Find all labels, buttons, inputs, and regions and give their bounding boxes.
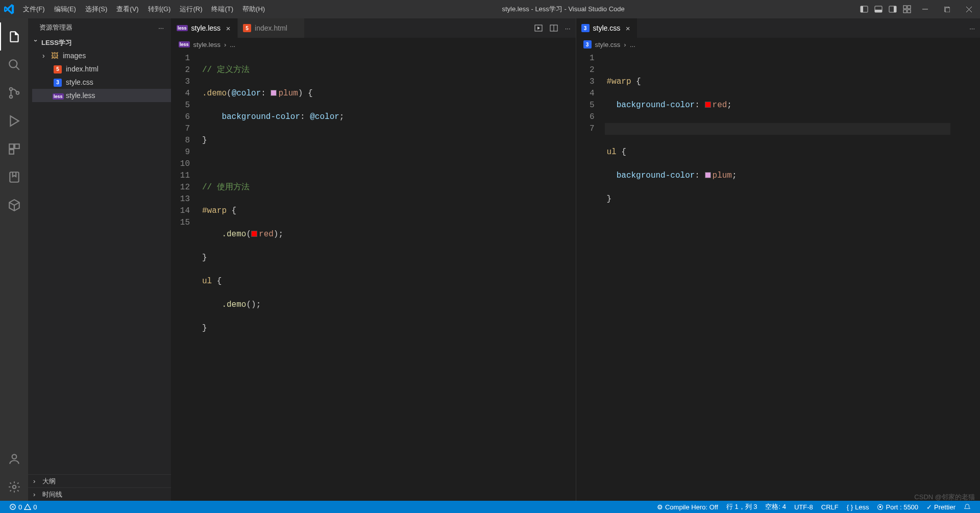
gutter: 123456789101112131415 <box>172 51 200 501</box>
menu-terminal[interactable]: 终端(T) <box>207 5 238 14</box>
breadcrumb-rest: ... <box>230 41 235 48</box>
sidebar-explorer: 资源管理器 ··· › LESS学习 › 🖼 images 5 index.ht… <box>28 18 171 501</box>
tree-file-style-css[interactable]: 3 style.css <box>32 76 171 89</box>
tree-file-index-html[interactable]: 5 index.html <box>32 62 171 76</box>
close-icon[interactable]: × <box>624 24 632 33</box>
menu-edit[interactable]: 编辑(E) <box>50 5 81 14</box>
activity-scm-icon[interactable] <box>0 79 28 107</box>
color-swatch-icon <box>251 231 257 237</box>
svg-rect-20 <box>9 144 14 149</box>
folder-root[interactable]: › LESS学习 <box>28 37 171 49</box>
run-icon[interactable] <box>534 24 543 32</box>
tabs-left: less style.less × 5 index.html ··· <box>172 18 576 38</box>
status-cursor-pos[interactable]: 行 1，列 3 <box>722 502 762 511</box>
svg-point-25 <box>12 485 16 488</box>
menu-view[interactable]: 查看(V) <box>112 5 143 14</box>
svg-rect-21 <box>15 144 19 149</box>
svg-point-17 <box>9 87 12 90</box>
breadcrumb-right[interactable]: 3 style.css › ... <box>576 38 981 51</box>
status-compile-hero[interactable]: ⚙ Compile Hero: Off <box>653 502 722 511</box>
panel-timeline[interactable]: › 时间线 <box>28 487 171 501</box>
activity-bar <box>0 18 28 501</box>
chevron-right-icon: › <box>42 52 50 60</box>
close-button[interactable] <box>958 0 980 18</box>
layout-sidebar-left-icon[interactable] <box>857 0 871 18</box>
svg-rect-9 <box>908 10 911 13</box>
title-bar: 文件(F) 编辑(E) 选择(S) 查看(V) 转到(G) 运行(R) 终端(T… <box>0 0 980 18</box>
split-editor-icon[interactable] <box>550 24 558 32</box>
status-eol[interactable]: CRLF <box>817 502 843 511</box>
css-icon: 3 <box>583 40 592 48</box>
maximize-button[interactable] <box>936 0 958 18</box>
code-lines[interactable]: // 定义方法 .demo(@color: plum) { background… <box>200 51 576 501</box>
gutter: 1234567 <box>576 51 605 501</box>
layout-controls <box>857 0 914 18</box>
menu-help[interactable]: 帮助(H) <box>238 5 270 14</box>
code-editor-right[interactable]: 1234567 #warp { background-color: red; }… <box>576 51 981 501</box>
svg-line-16 <box>16 66 19 70</box>
activity-explorer-icon[interactable] <box>0 22 28 51</box>
status-notification-icon[interactable] <box>960 502 975 511</box>
svg-rect-7 <box>908 6 911 9</box>
tree-label: style.less <box>66 91 95 100</box>
more-icon[interactable]: ··· <box>565 25 571 32</box>
minimap[interactable] <box>950 51 980 501</box>
code-editor-left[interactable]: 123456789101112131415 // 定义方法 .demo(@col… <box>172 51 576 501</box>
activity-extensions-icon[interactable] <box>0 135 28 163</box>
menu-file[interactable]: 文件(F) <box>18 5 50 14</box>
minimize-button[interactable] <box>914 0 936 18</box>
menu-select[interactable]: 选择(S) <box>81 5 112 14</box>
status-prettier[interactable]: ✓ Prettier <box>922 502 960 511</box>
layout-sidebar-right-icon[interactable] <box>886 0 900 18</box>
activity-search-icon[interactable] <box>0 51 28 79</box>
vscode-logo-icon <box>0 4 18 14</box>
code-lines[interactable]: #warp { background-color: red; } ul { ba… <box>605 51 981 501</box>
color-swatch-icon <box>705 102 711 108</box>
breadcrumb-left[interactable]: less style.less › ... <box>172 38 576 51</box>
svg-point-15 <box>9 60 17 67</box>
svg-rect-8 <box>903 10 906 13</box>
tree-label: images <box>63 52 86 60</box>
sidebar-more-icon[interactable]: ··· <box>158 24 164 32</box>
status-errors[interactable]: 0 0 <box>5 503 41 511</box>
breadcrumb-file: style.css <box>595 41 621 48</box>
panel-outline[interactable]: › 大纲 <box>28 474 171 487</box>
tab-style-css[interactable]: 3 style.css × <box>576 18 638 38</box>
window-title: style.less - Less学习 - Visual Studio Code <box>270 5 857 14</box>
menu-bar: 文件(F) 编辑(E) 选择(S) 查看(V) 转到(G) 运行(R) 终端(T… <box>18 5 270 14</box>
status-port[interactable]: ⦿ Port : 5500 <box>873 502 922 511</box>
breadcrumb-rest: ... <box>630 41 635 48</box>
activity-debug-icon[interactable] <box>0 107 28 135</box>
minimap[interactable] <box>546 51 576 501</box>
activity-bookmark-icon[interactable] <box>0 163 28 191</box>
status-spaces[interactable]: 空格: 4 <box>761 502 790 511</box>
tab-label: style.css <box>593 24 621 32</box>
editor-group-right: 3 style.css × ··· 3 style.css › ... 1234… <box>576 18 981 501</box>
close-icon[interactable]: × <box>224 24 232 33</box>
less-icon: less <box>177 25 188 31</box>
activity-settings-icon[interactable] <box>0 473 28 501</box>
chevron-right-icon: › <box>624 41 626 48</box>
tab-label: style.less <box>191 24 221 32</box>
folder-name: LESS学习 <box>41 38 72 47</box>
activity-cube-icon[interactable] <box>0 191 28 219</box>
svg-rect-22 <box>9 150 14 154</box>
tab-style-less[interactable]: less style.less × <box>172 18 238 38</box>
menu-run[interactable]: 运行(R) <box>175 5 207 14</box>
tree-file-style-less[interactable]: less style.less <box>32 89 171 102</box>
svg-rect-12 <box>945 8 950 12</box>
more-icon[interactable]: ··· <box>969 25 975 32</box>
layout-panel-icon[interactable] <box>871 0 886 18</box>
status-encoding[interactable]: UTF-8 <box>790 502 817 511</box>
tab-index-html[interactable]: 5 index.html <box>238 18 305 38</box>
chevron-right-icon: › <box>33 491 40 498</box>
menu-goto[interactable]: 转到(G) <box>143 5 176 14</box>
svg-rect-23 <box>10 172 18 182</box>
customize-layout-icon[interactable] <box>900 0 914 18</box>
tree-folder-images[interactable]: › 🖼 images <box>32 49 171 62</box>
sidebar-title: 资源管理器 <box>39 23 72 32</box>
activity-account-icon[interactable] <box>0 445 28 473</box>
status-language[interactable]: { } Less <box>843 502 873 511</box>
less-icon: less <box>179 41 190 47</box>
panel-label: 大纲 <box>42 477 56 486</box>
